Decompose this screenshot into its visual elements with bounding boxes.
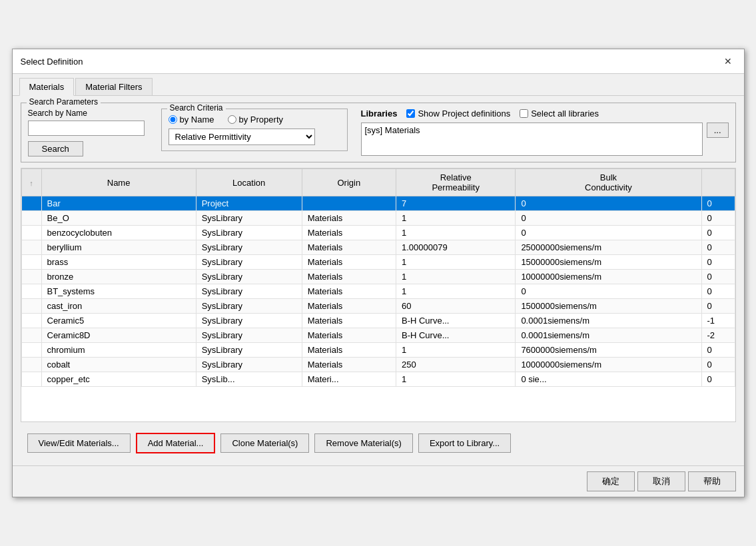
cell-row9-col0 [21,328,41,343]
cell-row4-col0 [21,255,41,270]
table-row[interactable]: BT_systemsSysLibraryMaterials100 [21,284,735,299]
cell-row10-col2: SysLibrary [196,343,302,358]
col-extra [701,169,735,196]
table-row[interactable]: bronzeSysLibraryMaterials110000000siemen… [21,270,735,284]
radio-by-name[interactable] [169,115,177,124]
cell-row11-col4: 250 [396,358,515,372]
cell-row8-col1: Ceramic5 [41,314,196,328]
cell-row0-col6: 0 [701,196,735,211]
col-location[interactable]: Location [196,169,302,196]
cell-row0-col1: Bar [41,196,196,211]
select-all-label[interactable]: Select all libraries [520,109,599,119]
close-button[interactable]: ✕ [720,55,736,68]
cell-row4-col5: 15000000siemens/m [516,255,701,270]
search-params-legend: Search Parameters [27,97,101,107]
browse-button[interactable]: ... [707,123,729,138]
cell-row1-col4: 1 [396,211,515,226]
tab-material-filters[interactable]: Material Filters [75,78,152,95]
cell-row12-col0 [21,372,41,387]
show-project-checkbox[interactable] [406,109,415,118]
table-row[interactable]: Be_OSysLibraryMaterials100 [21,211,735,226]
cell-row9-col1: Ceramic8D [41,328,196,343]
cell-row1-col5: 0 [516,211,701,226]
view-edit-button[interactable]: View/Edit Materials... [27,433,131,453]
cell-row11-col3: Materials [302,358,396,372]
cell-row3-col1: beryllium [41,240,196,255]
cell-row3-col2: SysLibrary [196,240,302,255]
cell-row7-col3: Materials [302,299,396,314]
search-button[interactable]: Search [28,141,83,156]
sort-icon: ↑ [29,179,33,187]
search-parameters-group: Search Parameters Search by Name Search … [21,103,736,162]
cancel-button[interactable]: 取消 [637,471,685,491]
property-dropdown[interactable]: Relative Permittivity Bulk Conductivity … [169,129,315,145]
search-criteria-legend: Search Criteria [167,103,226,113]
library-listbox[interactable]: [sys] Materials [361,123,703,156]
search-input[interactable] [28,121,145,136]
help-button[interactable]: 帮助 [688,471,736,491]
main-content: Search Parameters Search by Name Search … [13,96,744,465]
table-row[interactable]: cast_ironSysLibraryMaterials601500000sie… [21,299,735,314]
radio-by-property[interactable] [228,115,236,124]
col-name[interactable]: Name [41,169,196,196]
table-row[interactable]: Ceramic8DSysLibraryMaterialsB-H Curve...… [21,328,735,343]
export-button[interactable]: Export to Library... [418,433,511,453]
radio-by-property-label[interactable]: by Property [228,115,283,125]
cell-row1-col3: Materials [302,211,396,226]
cell-row11-col6: 0 [701,358,735,372]
cell-row5-col4: 1 [396,270,515,284]
cell-row10-col3: Materials [302,343,396,358]
cell-row10-col1: chromium [41,343,196,358]
cell-row7-col2: SysLibrary [196,299,302,314]
confirm-button[interactable]: 确定 [587,471,635,491]
select-all-checkbox[interactable] [520,109,528,118]
library-item[interactable]: [sys] Materials [365,125,699,135]
cell-row0-col3 [302,196,396,211]
table-row[interactable]: brassSysLibraryMaterials115000000siemens… [21,255,735,270]
select-definition-dialog: Select Definition ✕ Materials Material F… [12,49,745,497]
cell-row2-col0 [21,226,41,240]
radio-by-name-text: by Name [180,115,214,125]
clone-material-button[interactable]: Clone Material(s) [220,433,309,453]
table-row[interactable]: Ceramic5SysLibraryMaterialsB-H Curve...0… [21,314,735,328]
cell-row3-col5: 25000000siemens/m [516,240,701,255]
cell-row6-col2: SysLibrary [196,284,302,299]
cell-row9-col6: -2 [701,328,735,343]
cell-row1-col6: 0 [701,211,735,226]
cell-row6-col5: 0 [516,284,701,299]
cell-row12-col2: SysLib... [196,372,302,387]
col-bulk-cond[interactable]: Bulk Conductivity [516,169,701,196]
cell-row5-col2: SysLibrary [196,270,302,284]
table-wrapper[interactable]: ↑ Name Location Origin Relative Permeabi… [21,168,735,421]
materials-table: ↑ Name Location Origin Relative Permeabi… [21,168,735,387]
cell-row6-col4: 1 [396,284,515,299]
cell-row9-col2: SysLibrary [196,328,302,343]
cell-row3-col6: 0 [701,240,735,255]
table-row[interactable]: chromiumSysLibraryMaterials17600000sieme… [21,343,735,358]
materials-table-section: ↑ Name Location Origin Relative Permeabi… [21,168,736,422]
tab-materials[interactable]: Materials [19,78,75,96]
cell-row4-col2: SysLibrary [196,255,302,270]
library-select-row: [sys] Materials ... [361,123,729,156]
table-row[interactable]: copper_etcSysLib...Materi...10 sie...0 [21,372,735,387]
radio-row: by Name by Property [169,115,340,125]
remove-material-button[interactable]: Remove Material(s) [314,433,412,453]
add-material-button[interactable]: Add Material... [136,433,216,453]
col-rel-perm[interactable]: Relative Permeability [396,169,515,196]
cell-row11-col0 [21,358,41,372]
cell-row4-col6: 0 [701,255,735,270]
cell-row9-col3: Materials [302,328,396,343]
cell-row4-col4: 1 [396,255,515,270]
show-project-label[interactable]: Show Project definitions [406,109,510,119]
table-row[interactable]: cobaltSysLibraryMaterials25010000000siem… [21,358,735,372]
table-row[interactable]: benzocyclobutenSysLibraryMaterials100 [21,226,735,240]
col-sort[interactable]: ↑ [21,169,41,196]
table-row[interactable]: berylliumSysLibraryMaterials1.0000007925… [21,240,735,255]
cell-row7-col4: 60 [396,299,515,314]
cell-row8-col6: -1 [701,314,735,328]
select-all-text: Select all libraries [531,109,599,119]
col-origin[interactable]: Origin [302,169,396,196]
cell-row7-col6: 0 [701,299,735,314]
table-row[interactable]: BarProject700 [21,196,735,211]
radio-by-name-label[interactable]: by Name [169,115,214,125]
